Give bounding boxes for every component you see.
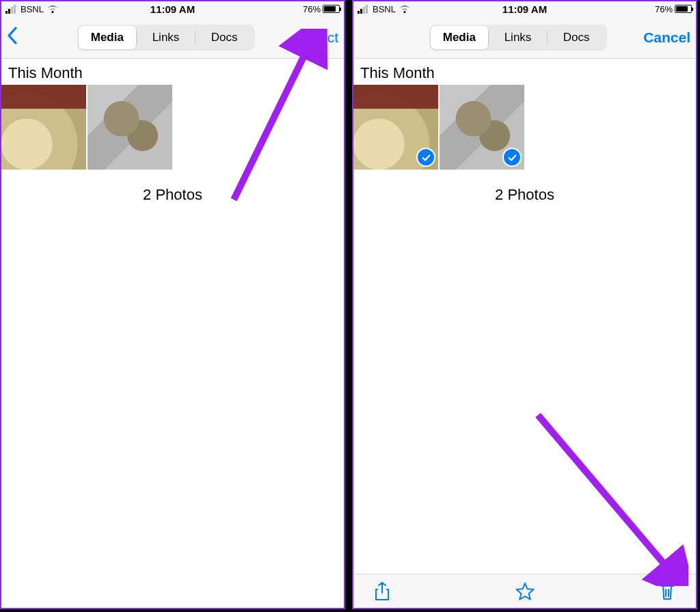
screenshot-right: BSNL 11:09 AM 76% Media Links Docs Cance… bbox=[352, 0, 697, 609]
media-thumbnail[interactable] bbox=[353, 85, 438, 170]
media-thumbnail[interactable] bbox=[1, 85, 86, 170]
selection-toolbar bbox=[353, 574, 696, 608]
media-grid bbox=[353, 85, 696, 172]
tab-links[interactable]: Links bbox=[137, 26, 195, 49]
delete-button[interactable] bbox=[659, 581, 675, 602]
back-button[interactable] bbox=[7, 26, 18, 49]
selection-checkmark-icon bbox=[502, 148, 522, 167]
battery-percent: 76% bbox=[655, 4, 673, 14]
carrier-label: BSNL bbox=[21, 4, 44, 14]
status-time: 11:09 AM bbox=[469, 3, 580, 15]
screenshot-divider bbox=[345, 0, 352, 612]
selection-checkmark-icon bbox=[416, 148, 435, 167]
photo-count-label: 2 Photos bbox=[353, 186, 696, 204]
battery-icon bbox=[675, 5, 692, 13]
tab-media[interactable]: Media bbox=[431, 26, 489, 49]
tab-docs[interactable]: Docs bbox=[548, 26, 606, 49]
battery-icon bbox=[323, 5, 340, 13]
nav-bar: Media Links Docs Select bbox=[1, 16, 344, 59]
tab-docs[interactable]: Docs bbox=[196, 26, 254, 49]
screenshot-left: BSNL 11:09 AM 76% Media Links bbox=[0, 0, 345, 609]
select-button[interactable]: Select bbox=[277, 29, 338, 46]
favorite-button[interactable] bbox=[515, 581, 535, 602]
media-thumbnail[interactable] bbox=[440, 85, 524, 170]
signal-icon bbox=[358, 5, 368, 14]
media-grid bbox=[1, 85, 344, 172]
status-time: 11:09 AM bbox=[117, 3, 228, 15]
battery-percent: 76% bbox=[303, 4, 321, 14]
section-header: This Month bbox=[1, 59, 344, 85]
wifi-icon bbox=[46, 5, 59, 14]
annotation-arrow-icon bbox=[531, 408, 688, 586]
tab-links[interactable]: Links bbox=[489, 26, 547, 49]
tab-media[interactable]: Media bbox=[79, 26, 137, 49]
share-button[interactable] bbox=[374, 581, 390, 602]
carrier-label: BSNL bbox=[373, 4, 396, 14]
media-thumbnail[interactable] bbox=[88, 85, 172, 170]
segmented-control: Media Links Docs bbox=[77, 25, 255, 51]
status-bar: BSNL 11:09 AM 76% bbox=[1, 1, 344, 16]
status-bar: BSNL 11:09 AM 76% bbox=[353, 1, 696, 16]
photo-count-label: 2 Photos bbox=[1, 186, 344, 204]
svg-line-1 bbox=[538, 415, 671, 572]
nav-bar: Media Links Docs Cancel bbox=[353, 16, 696, 59]
segmented-control: Media Links Docs bbox=[429, 25, 607, 51]
section-header: This Month bbox=[353, 59, 696, 85]
cancel-button[interactable]: Cancel bbox=[629, 29, 690, 46]
signal-icon bbox=[5, 5, 16, 14]
wifi-icon bbox=[399, 5, 411, 14]
